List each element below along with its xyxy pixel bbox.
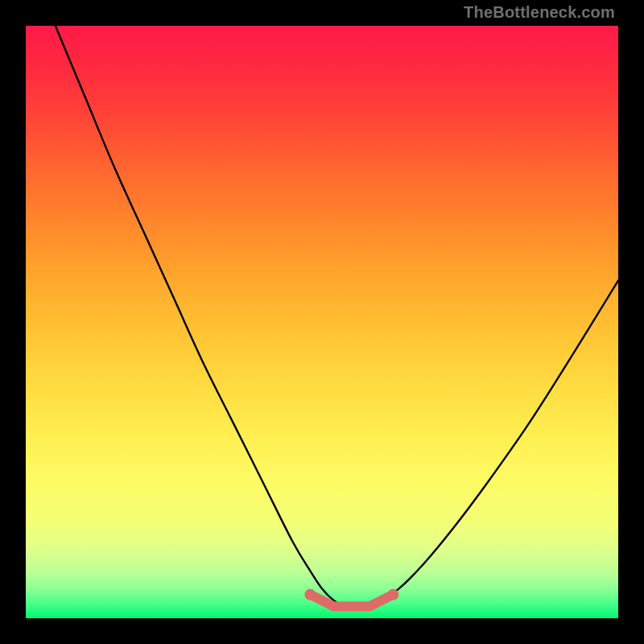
marker-dot: [387, 589, 398, 601]
plot-area: [26, 26, 618, 618]
bottleneck-curve: [56, 26, 618, 607]
marker-dot: [304, 589, 316, 601]
flat-region-marker: [310, 595, 393, 607]
watermark-text: TheBottleneck.com: [464, 3, 615, 22]
curve-layer: [26, 26, 618, 618]
chart-frame: TheBottleneck.com: [0, 0, 644, 644]
